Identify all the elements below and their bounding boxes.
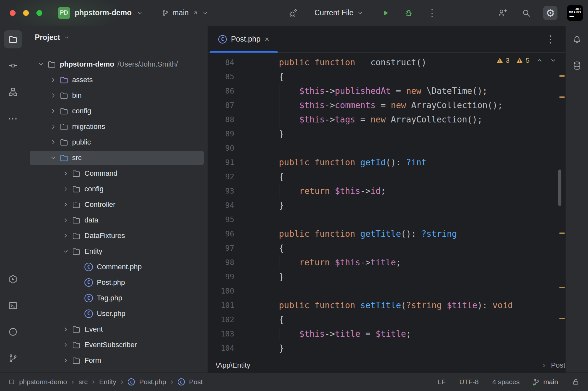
warning-stripe-mark[interactable] xyxy=(559,233,565,234)
code-line-94[interactable]: 94 } xyxy=(208,198,565,212)
line-number[interactable]: 90 xyxy=(208,141,257,155)
encoding-indicator[interactable]: UTF-8 xyxy=(459,378,479,386)
code-line-97[interactable]: 97 { xyxy=(208,241,565,255)
next-problem-button[interactable] xyxy=(550,57,557,64)
commit-tool-button[interactable] xyxy=(4,57,22,75)
line-number[interactable]: 99 xyxy=(208,270,257,284)
code-line-88[interactable]: 88 $this->tags = new ArrayCollection(); xyxy=(208,112,565,127)
chevron-right-icon[interactable] xyxy=(60,199,71,210)
code-line-104[interactable]: 104 } xyxy=(208,341,565,355)
unlock-icon[interactable] xyxy=(572,378,580,386)
project-panel-header[interactable]: Project xyxy=(26,26,208,49)
code-line-96[interactable]: 96 public function getTitle(): ?string xyxy=(208,227,565,241)
code-line-91[interactable]: 91 public function getId(): ?int xyxy=(208,155,565,170)
database-tool-button[interactable] xyxy=(568,57,586,75)
line-number[interactable]: 89 xyxy=(208,127,257,141)
tree-item-assets[interactable]: assets xyxy=(30,72,204,88)
tree-item-phpstorm-demo[interactable]: phpstorm-demo/Users/John.Smith/ xyxy=(30,57,204,72)
statusbar-path-class[interactable]: Post xyxy=(189,378,203,386)
line-number[interactable]: 100 xyxy=(208,284,257,298)
chevron-right-icon[interactable] xyxy=(47,136,59,148)
warning-stripe-mark[interactable] xyxy=(559,96,565,98)
settings-gear-icon[interactable]: ⚙ xyxy=(543,6,557,20)
warning-stripe-mark[interactable] xyxy=(559,75,565,77)
chevron-right-icon[interactable] xyxy=(47,74,59,86)
statusbar-path-src[interactable]: src xyxy=(79,378,88,386)
line-number[interactable]: 97 xyxy=(208,241,257,255)
editor-options-kebab-icon[interactable]: ⋮ xyxy=(546,34,556,44)
warning-badge[interactable]: 5 xyxy=(516,57,530,64)
run-button[interactable] xyxy=(378,6,392,20)
line-number[interactable]: 96 xyxy=(208,227,257,241)
tree-item-form[interactable]: Form xyxy=(30,353,204,368)
more-actions-kebab-icon[interactable]: ⋮ xyxy=(425,6,439,20)
terminal-tool-button[interactable] xyxy=(4,296,22,315)
window-minimize-button[interactable] xyxy=(23,10,29,16)
code-line-101[interactable]: 101 public function setTitle(?string $ti… xyxy=(208,298,565,312)
chevron-right-icon[interactable] xyxy=(60,339,71,351)
notifications-bell-icon[interactable] xyxy=(568,30,586,48)
line-number[interactable]: 91 xyxy=(208,155,257,170)
code-with-me-icon[interactable] xyxy=(495,6,509,20)
line-number[interactable]: 84 xyxy=(208,55,257,69)
chevron-right-icon[interactable] xyxy=(60,323,71,335)
line-number[interactable]: 95 xyxy=(208,212,257,227)
chevron-right-icon[interactable] xyxy=(60,183,71,195)
more-tools-icon[interactable]: ⋯ xyxy=(4,109,22,127)
warning-stripe-mark[interactable] xyxy=(559,318,565,319)
structure-tool-button[interactable] xyxy=(4,83,22,101)
statusbar-path-project[interactable]: phpstorm-demo xyxy=(19,378,67,386)
tree-item-datafixtures[interactable]: DataFixtures xyxy=(30,228,204,244)
window-close-button[interactable] xyxy=(10,10,16,16)
project-selector[interactable]: PD phpstorm-demo xyxy=(58,7,143,19)
breadcrumb-class[interactable]: Post xyxy=(551,361,565,370)
code-line-87[interactable]: 87 $this->comments = new ArrayCollection… xyxy=(208,98,565,112)
line-number[interactable]: 88 xyxy=(208,112,257,127)
profiler-icon[interactable] xyxy=(286,6,300,20)
warning-badge[interactable]: 3 xyxy=(496,57,510,64)
previous-problem-button[interactable] xyxy=(536,57,543,64)
tree-item-config[interactable]: config xyxy=(30,181,204,197)
code-editor-area[interactable]: 84 public function __construct()85 {86 $… xyxy=(208,53,565,358)
statusbar-path-file[interactable]: Post.php xyxy=(139,378,166,386)
tree-item-entity[interactable]: Entity xyxy=(30,244,204,259)
line-number[interactable]: 101 xyxy=(208,298,257,312)
tab-post-php[interactable]: C Post.php × xyxy=(210,26,278,52)
tree-item-migrations[interactable]: migrations xyxy=(30,119,204,134)
line-number[interactable]: 104 xyxy=(208,341,257,355)
tree-item-bin[interactable]: bin xyxy=(30,88,204,103)
chevron-right-icon[interactable] xyxy=(47,90,59,101)
code-line-86[interactable]: 86 $this->publishedAt = new \DateTime(); xyxy=(208,84,565,98)
statusbar-path-entity[interactable]: Entity xyxy=(99,378,116,386)
inspections-widget[interactable]: 3 5 xyxy=(496,57,557,64)
tree-item-controller[interactable]: Controller xyxy=(30,197,204,212)
editor-scrollbar[interactable] xyxy=(558,170,561,206)
code-line-85[interactable]: 85 { xyxy=(208,69,565,84)
tree-item-event[interactable]: Event xyxy=(30,322,204,337)
branch-selector[interactable]: main xyxy=(161,8,209,17)
line-number[interactable]: 85 xyxy=(208,69,257,84)
tree-item-tag-php[interactable]: CTag.php xyxy=(30,290,204,306)
code-line-90[interactable]: 90 xyxy=(208,141,565,155)
line-number[interactable]: 87 xyxy=(208,98,257,112)
statusbar-branch-widget[interactable]: main xyxy=(533,378,558,386)
run-configuration-selector[interactable]: Current File xyxy=(314,8,364,17)
chevron-right-icon[interactable] xyxy=(60,168,71,179)
chevron-down-icon[interactable] xyxy=(35,58,47,70)
tree-item-src[interactable]: src xyxy=(30,150,204,166)
code-line-89[interactable]: 89 } xyxy=(208,127,565,141)
line-number[interactable]: 94 xyxy=(208,198,257,212)
close-icon[interactable]: × xyxy=(265,35,269,43)
chevron-right-icon[interactable] xyxy=(60,355,71,366)
tree-item-config[interactable]: config xyxy=(30,103,204,119)
chevron-right-icon[interactable] xyxy=(47,105,59,117)
line-number[interactable]: 86 xyxy=(208,84,257,98)
warning-stripe-mark[interactable] xyxy=(559,287,565,288)
line-number[interactable]: 103 xyxy=(208,327,257,341)
tree-item-comment-php[interactable]: CComment.php xyxy=(30,259,204,275)
problems-tool-button[interactable] xyxy=(4,323,22,341)
version-control-tool-button[interactable] xyxy=(4,349,22,367)
chevron-down-icon[interactable] xyxy=(47,152,59,164)
chevron-right-icon[interactable] xyxy=(60,214,71,226)
tree-item-public[interactable]: public xyxy=(30,134,204,150)
